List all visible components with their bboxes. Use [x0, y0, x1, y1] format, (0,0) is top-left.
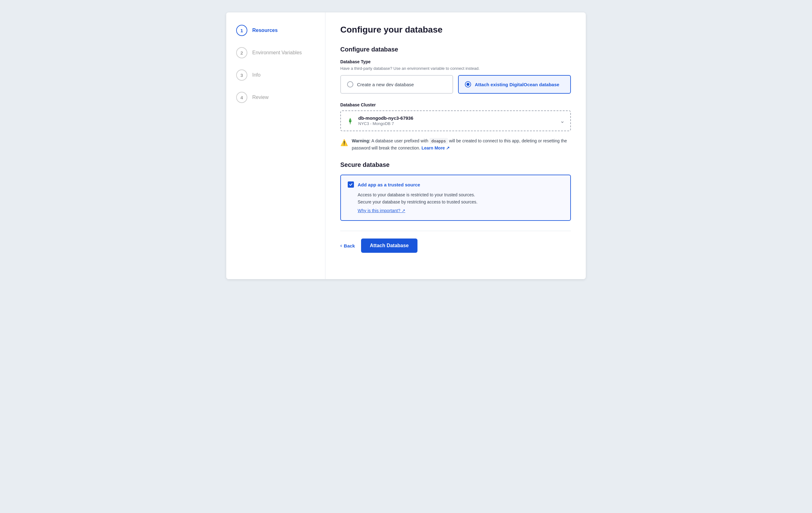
- checkbox-row: Add app as a trusted source: [348, 182, 563, 188]
- radio-existing-db: [465, 81, 471, 87]
- back-button[interactable]: ‹ Back: [340, 243, 355, 248]
- sidebar-item-label-review: Review: [252, 94, 268, 100]
- attach-database-button[interactable]: Attach Database: [361, 239, 417, 253]
- option-existing-db[interactable]: Attach existing DigitalOcean database: [458, 75, 571, 94]
- db-type-hint: Have a third-party database? Use an envi…: [340, 66, 571, 71]
- why-important-link[interactable]: Why is this important? ↗: [358, 207, 405, 214]
- step-circle-1: 1: [236, 25, 247, 36]
- chevron-down-icon: ⌄: [560, 117, 565, 125]
- sidebar-item-label-info: Info: [252, 72, 261, 78]
- option-existing-db-label: Attach existing DigitalOcean database: [475, 82, 559, 87]
- main-container: 1 Resources 2 Environment Variables 3 In…: [226, 12, 586, 279]
- option-new-db-label: Create a new dev database: [357, 82, 414, 87]
- warning-bold: Warning:: [352, 138, 370, 143]
- warning-before: A database user prefixed with: [371, 138, 430, 143]
- radio-new-db: [347, 81, 353, 87]
- checkbox-label: Add app as a trusted source: [358, 182, 420, 187]
- db-type-options: Create a new dev database Attach existin…: [340, 75, 571, 94]
- checkmark-icon: [349, 183, 353, 186]
- page-title: Configure your database: [340, 25, 571, 35]
- checkbox-desc-2: Secure your database by restricting acce…: [358, 198, 563, 205]
- option-new-db[interactable]: Create a new dev database: [340, 75, 453, 94]
- back-button-label: Back: [344, 243, 355, 248]
- cluster-dropdown[interactable]: db-mongodb-nyc3-67936 NYC3 - MongoDB 7 ⌄: [340, 110, 571, 131]
- warning-code: doapps: [430, 138, 448, 144]
- cluster-name: db-mongodb-nyc3-67936: [358, 115, 413, 120]
- cluster-label: Database Cluster: [340, 102, 571, 107]
- checkbox-description: Access to your database is restricted to…: [358, 191, 563, 214]
- sidebar-item-info[interactable]: 3 Info: [236, 70, 315, 81]
- cluster-info: db-mongodb-nyc3-67936 NYC3 - MongoDB 7: [358, 115, 413, 126]
- cluster-left: db-mongodb-nyc3-67936 NYC3 - MongoDB 7: [347, 115, 413, 126]
- sidebar: 1 Resources 2 Environment Variables 3 In…: [226, 12, 325, 279]
- sidebar-item-review[interactable]: 4 Review: [236, 92, 315, 103]
- checkbox-desc-1: Access to your database is restricted to…: [358, 191, 563, 198]
- mongodb-icon: [347, 117, 354, 125]
- step-circle-4: 4: [236, 92, 247, 103]
- step-circle-2: 2: [236, 47, 247, 58]
- warning-learn-more-link[interactable]: Learn More ↗: [422, 145, 450, 151]
- warning-box: ⚠️ Warning: A database user prefixed wit…: [340, 137, 571, 151]
- trusted-source-checkbox[interactable]: [348, 182, 354, 188]
- footer-buttons: ‹ Back Attach Database: [340, 231, 571, 253]
- sidebar-item-env-vars[interactable]: 2 Environment Variables: [236, 47, 315, 58]
- secure-section-title: Secure database: [340, 161, 571, 168]
- checkbox-card[interactable]: Add app as a trusted source Access to yo…: [340, 174, 571, 221]
- sidebar-item-resources[interactable]: 1 Resources: [236, 25, 315, 36]
- back-arrow-icon: ‹: [340, 243, 342, 248]
- main-content: Configure your database Configure databa…: [325, 12, 586, 279]
- db-type-label: Database Type: [340, 59, 571, 64]
- warning-text: Warning: A database user prefixed with d…: [352, 137, 571, 151]
- sidebar-item-label-env-vars: Environment Variables: [252, 50, 302, 55]
- cluster-region: NYC3 - MongoDB 7: [358, 121, 394, 126]
- warning-icon: ⚠️: [340, 138, 348, 147]
- secure-section: Secure database Add app as a trusted sou…: [340, 161, 571, 221]
- sidebar-item-label-resources: Resources: [252, 28, 278, 33]
- configure-section-title: Configure database: [340, 46, 571, 53]
- step-circle-3: 3: [236, 70, 247, 81]
